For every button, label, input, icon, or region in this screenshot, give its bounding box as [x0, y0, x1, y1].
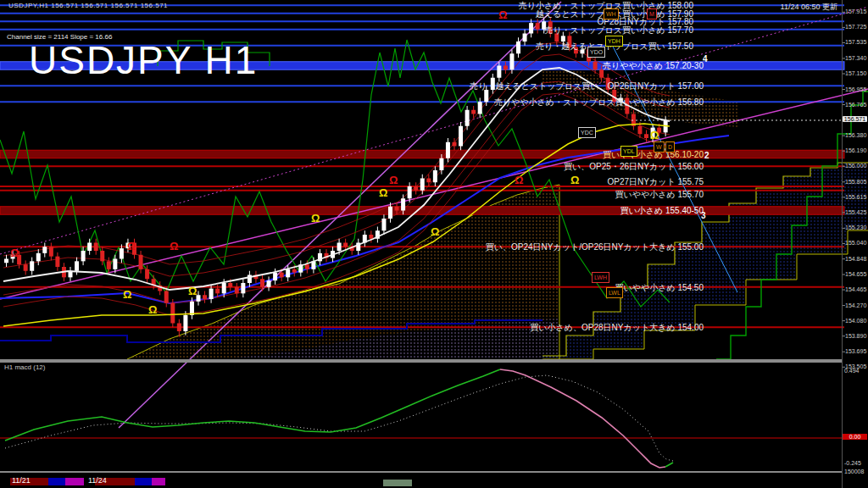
price-tick-label: 155.425 [845, 209, 866, 215]
buy-signal-icon: Ω [431, 227, 439, 237]
session-band [65, 478, 84, 485]
pivot-box-ydc: YDC [578, 127, 596, 138]
buy-signal-icon: Ω [570, 175, 579, 186]
price-tick-label: 155.230 [845, 225, 866, 230]
sequence-number: 2 [704, 151, 709, 160]
buy-signal-icon: Ω [188, 286, 197, 297]
level-line-label: 買い、OP24日NYカット/OP26日NYカット大きめ 155.00 [486, 241, 704, 253]
sell-signal-icon: Ω [127, 241, 136, 252]
price-tick-label: 154.465 [845, 286, 866, 292]
level-line-label: 買い小さめ、OP28日NYカット大きめ 154.00 [530, 322, 704, 334]
price-tick-label: 154.080 [845, 318, 866, 324]
pivot-box-wh: WH [604, 8, 619, 19]
time-axis-divider [0, 471, 842, 473]
price-tick-label: 154.270 [845, 302, 866, 308]
current-price-tag: 156.571 [843, 116, 867, 122]
buy-signal-icon: Ω [148, 305, 157, 315]
pivot-box-lwh: LWH [592, 272, 609, 283]
price-axis-separator [842, 0, 843, 488]
pivot-box-w: W [654, 141, 665, 152]
date-tick-label: 11/24 [88, 476, 107, 485]
macd-indicator-label: H1 macd (12) [4, 363, 45, 371]
price-tick-label: 156.000 [845, 163, 866, 169]
level-line-label: 買いやや小さめ 155.70 [615, 189, 704, 201]
price-tick-label: 154.655 [845, 271, 866, 277]
price-tick-label: 156.765 [845, 102, 866, 108]
buy-signal-icon: Ω [311, 214, 320, 224]
price-tick-label: 153.890 [845, 333, 866, 339]
price-tick-label: 153.695 [845, 348, 866, 354]
price-tick-label: 155.615 [845, 194, 866, 200]
price-tick-label: 156.380 [845, 132, 866, 138]
pivot-box-m: M [647, 8, 657, 19]
sell-signal-icon: Ω [170, 241, 178, 252]
price-tick-label: 154.848 [845, 256, 866, 262]
sequence-number: 4 [703, 54, 708, 64]
session-band [48, 478, 65, 485]
sell-signal-icon: Ω [498, 10, 507, 20]
price-tick-label: 155.805 [845, 179, 866, 185]
level-line-label: 売り・越えるとストップロス買い、OP26日NYカット 157.00 [470, 80, 704, 92]
level-line-label: 売り・ストップロス買い小さめ 157.70 [544, 25, 693, 36]
symbol-ohlc-readout: USDJPY,H1 156.571 156.571 156.571 156.57… [8, 2, 168, 9]
buy-signal-icon: Ω [650, 130, 659, 141]
buy-signal-icon: Ω [123, 290, 131, 300]
pivot-box-d: D [665, 141, 675, 152]
macd-scale-bottom: 150008 [844, 469, 864, 474]
sequence-number: 3 [701, 211, 706, 220]
macd-current-value-tag: 0.00 [843, 434, 867, 440]
macd-scale-min: -0.245 [844, 460, 861, 466]
sell-signal-icon: Ω [10, 248, 19, 258]
sell-signal-icon: Ω [515, 175, 523, 186]
level-line-label: OP27日NYカット 155.75 [607, 176, 704, 188]
buy-signal-icon: Ω [379, 188, 387, 198]
price-tick-label: 156.190 [845, 147, 866, 153]
time-axis-highlight [383, 480, 412, 486]
symbol-watermark: USDJPY H1 [29, 37, 258, 83]
sell-signal-icon: Ω [389, 175, 398, 186]
pivot-box-lwl: LWL [606, 287, 623, 298]
price-tick-label: 153.505 [845, 363, 866, 369]
pivot-box-ydl: YDL [620, 146, 637, 157]
session-band [135, 478, 152, 485]
price-tick-label: 156.955 [845, 86, 866, 92]
price-tick-label: 157.340 [845, 55, 866, 61]
last-updated-timestamp: 11/24 06:50 更新 [781, 2, 837, 13]
price-tick-label: 157.725 [845, 24, 866, 30]
pane-divider[interactable] [0, 359, 842, 363]
level-line-label: 買い、OP25・26日NYカット 156.00 [564, 161, 704, 173]
price-tick-label: 157.150 [845, 70, 866, 76]
level-line-label: 売りやや小さめ・ストップロス買いやや小さめ 156.80 [494, 97, 704, 108]
pivot-box-ydo: YDO [587, 47, 605, 58]
level-band-label: 売りやや小さめ 157.20-30 [603, 60, 704, 72]
level-band-label: 買い小さめ 155.40-50 [620, 205, 704, 217]
session-band [152, 478, 165, 485]
price-tick-label: 155.040 [845, 240, 866, 246]
date-tick-label: 11/21 [12, 476, 31, 485]
pivot-box-ydh: YDH [605, 36, 623, 47]
macd-pane [0, 369, 842, 468]
price-tick-label: 157.915 [845, 8, 866, 14]
price-tick-label: 157.535 [845, 39, 866, 45]
trading-chart-window: USDJPY,H1 156.571 156.571 156.571 156.57… [0, 0, 868, 488]
level-line-label: 買いやや小さめ 154.50 [615, 282, 704, 294]
